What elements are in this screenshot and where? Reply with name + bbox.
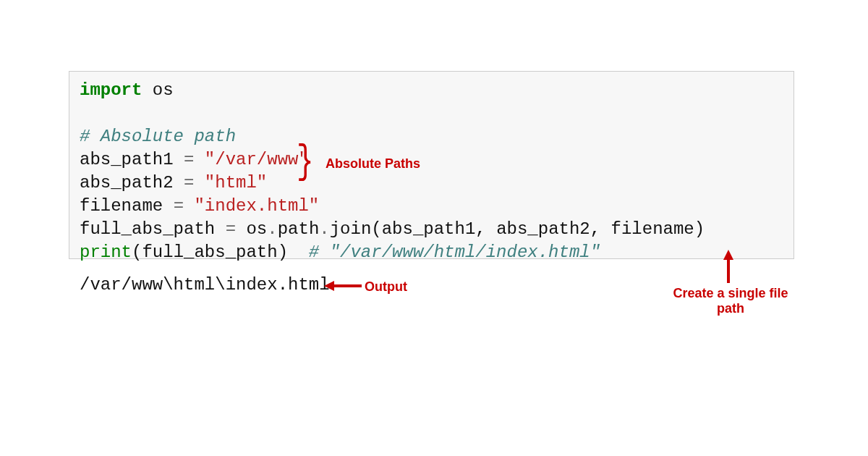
var-abs-path2: abs_path2 — [80, 173, 184, 193]
output-text: /var/www\html\index.html — [80, 275, 330, 295]
keyword-import: import — [80, 80, 142, 100]
op-eq: = — [174, 196, 184, 216]
join-call: join(abs_path1, abs_path2, filename) — [330, 219, 705, 239]
code-line-7: full_abs_path = os.path.join(abs_path1, … — [80, 218, 783, 241]
os-text: os — [236, 219, 267, 239]
fn-print: print — [80, 242, 132, 262]
code-line-8: print(full_abs_path) # "/var/www/html/in… — [80, 241, 783, 264]
comment-absolute-path: # Absolute path — [80, 127, 236, 146]
path-text: path — [278, 219, 320, 239]
var-abs-path1: abs_path1 — [80, 150, 184, 169]
op-dot: . — [319, 219, 329, 239]
annotation-single-file-path-l1: Create a single file — [665, 286, 796, 301]
code-block: import os # Absolute path abs_path1 = "/… — [69, 71, 794, 259]
arrow-left-icon — [324, 281, 362, 291]
annotation-output: Output — [365, 279, 407, 295]
module-os: os — [142, 80, 173, 100]
code-line-5: abs_path2 = "html" — [80, 172, 783, 195]
annotation-single-file-path-l2: path — [665, 301, 796, 316]
brace-icon: } — [297, 141, 314, 182]
str-html: "html" — [194, 173, 267, 193]
str-var-www: "/var/www" — [194, 150, 308, 169]
code-line-blank — [80, 102, 783, 125]
code-line-1: import os — [80, 79, 783, 102]
op-eq: = — [226, 219, 236, 239]
op-eq: = — [184, 173, 194, 193]
code-line-4: abs_path1 = "/var/www" — [80, 148, 783, 172]
op-eq: = — [184, 150, 194, 169]
code-line-6: filename = "index.html" — [80, 195, 783, 218]
comment-expected: # "/var/www/html/index.html" — [309, 242, 600, 262]
op-dot: . — [267, 219, 277, 239]
str-index-html: "index.html" — [184, 196, 319, 216]
annotation-single-file-path: Create a single file path — [665, 286, 796, 316]
annotation-absolute-paths: Absolute Paths — [326, 156, 420, 172]
print-arg: (full_abs_path) — [132, 242, 309, 262]
code-line-3: # Absolute path — [80, 125, 783, 148]
var-filename: filename — [80, 196, 174, 216]
var-full-abs-path: full_abs_path — [80, 219, 226, 239]
arrow-up-icon — [723, 250, 733, 283]
